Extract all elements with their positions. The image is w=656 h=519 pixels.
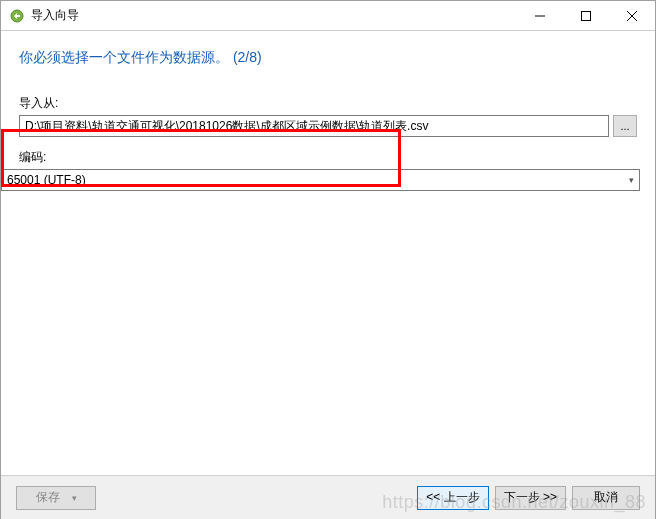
save-button[interactable]: 保存 ▾ (16, 486, 96, 510)
prev-step-button[interactable]: << 上一步 (417, 486, 488, 510)
encoding-value: 65001 (UTF-8) (7, 173, 86, 187)
wizard-footer: 保存 ▾ << 上一步 下一步 >> 取消 (1, 475, 655, 519)
close-button[interactable] (609, 1, 655, 30)
import-from-label: 导入从: (19, 95, 637, 112)
instruction-text: 你必须选择一个文件作为数据源。 (2/8) (19, 49, 637, 67)
encoding-section: 编码: 65001 (UTF-8) ▾ (1, 149, 640, 191)
window-controls (517, 1, 655, 30)
next-step-button[interactable]: 下一步 >> (495, 486, 566, 510)
browse-button[interactable]: ... (613, 115, 637, 137)
svg-rect-2 (582, 11, 591, 20)
window-title: 导入向导 (31, 7, 517, 24)
wizard-content: 你必须选择一个文件作为数据源。 (2/8) 导入从: ... 编码: 65001… (1, 31, 655, 475)
app-icon (9, 8, 25, 24)
maximize-button[interactable] (563, 1, 609, 30)
cancel-button[interactable]: 取消 (572, 486, 640, 510)
titlebar: 导入向导 (1, 1, 655, 31)
import-from-row: ... (19, 115, 637, 137)
minimize-button[interactable] (517, 1, 563, 30)
encoding-label: 编码: (1, 149, 640, 166)
encoding-dropdown[interactable]: 65001 (UTF-8) ▾ (1, 169, 640, 191)
save-label: 保存 (36, 489, 60, 506)
chevron-down-icon: ▾ (629, 175, 634, 185)
import-path-input[interactable] (19, 115, 609, 137)
dropdown-arrow-icon: ▾ (70, 493, 77, 503)
